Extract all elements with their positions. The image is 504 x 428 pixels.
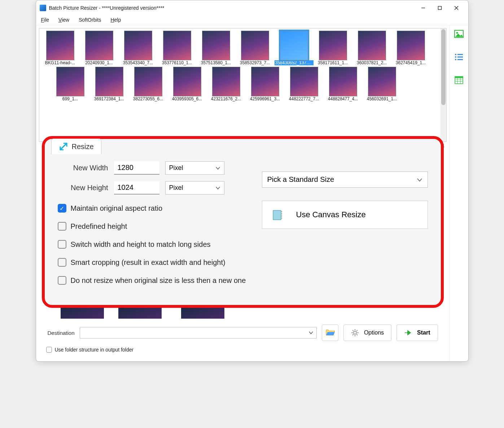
menu-file[interactable]: File — [41, 17, 49, 23]
switch-sides-checkbox[interactable]: Switch width and height to match long si… — [58, 240, 247, 249]
thumbnail-label: 403959305_6... — [168, 96, 207, 101]
menu-help[interactable]: Help — [110, 17, 121, 23]
width-unit-select[interactable]: Pixel — [165, 161, 224, 175]
thumbnail-item[interactable]: BKG11-head-... — [41, 31, 80, 65]
folder-structure-checkbox[interactable]: Use folder structure in output folder — [39, 345, 447, 358]
side-btn-table[interactable] — [452, 74, 465, 87]
thumbnail-label: 20240930_1... — [80, 60, 119, 65]
browse-folder-button[interactable] — [322, 324, 338, 341]
thumbnail-label: 699_1... — [51, 96, 90, 101]
picture-icon — [454, 30, 464, 38]
menu-softorbits[interactable]: SoftOrbits — [79, 17, 101, 23]
gear-icon — [351, 329, 359, 337]
canvas-resize-button[interactable]: Use Canvas Resize — [262, 201, 428, 229]
standard-size-select[interactable]: Pick a Standard Size — [262, 171, 428, 188]
svg-point-5 — [354, 331, 356, 334]
tab-resize-label: Resize — [72, 143, 94, 151]
tab-resize[interactable]: Resize — [51, 139, 101, 154]
thumbnail-row-partial — [39, 306, 447, 320]
svg-rect-19 — [457, 54, 463, 55]
thumbnail-label: 357513580_1... — [197, 60, 236, 65]
resize-panel-highlight: Resize New Width Pixel New Height Pixel — [42, 136, 444, 308]
maximize-button[interactable] — [431, 3, 448, 13]
thumbnail-label: 456032691_1... — [363, 96, 402, 101]
thumbnail-item[interactable]: 362745419_1... — [391, 31, 430, 65]
maintain-ratio-checkbox[interactable]: ✓Maintain original aspect ratio — [58, 204, 247, 213]
thumbnail-label: 448222772_7... — [285, 96, 324, 101]
no-resize-smaller-checkbox[interactable]: Do not resize when original size is less… — [58, 276, 247, 285]
thumbnail-label: 358171611_1... — [314, 60, 352, 65]
height-input[interactable] — [114, 181, 159, 195]
thumbnail-item[interactable]: 358532973_7... — [236, 31, 275, 65]
thumbnail-item[interactable]: 423211676_2... — [207, 67, 246, 101]
start-button[interactable]: Start — [396, 324, 438, 341]
thumbnail-item[interactable]: 353543340_7... — [119, 31, 158, 65]
close-button[interactable] — [448, 3, 465, 13]
minimize-button[interactable] — [415, 3, 431, 13]
thumbnail-item[interactable]: 448222772_7... — [285, 67, 324, 101]
folder-open-icon — [325, 329, 335, 337]
thumbnail-label: 360037821_2... — [352, 60, 391, 65]
svg-rect-27 — [455, 77, 463, 78]
side-btn-list[interactable] — [452, 51, 465, 64]
check-icon: ✓ — [58, 204, 66, 213]
thumbnail-item[interactable]: 358430652_137601268295585_48971930598631… — [275, 31, 314, 65]
thumbnail-label: 382273055_6... — [129, 96, 168, 101]
svg-line-13 — [352, 334, 354, 335]
thumbnail-item[interactable]: 353776110_1... — [158, 31, 197, 65]
thumbnail-item[interactable]: 425996961_3... — [246, 67, 285, 101]
thumbnail-item[interactable]: 358171611_1... — [314, 31, 352, 65]
chevron-down-icon — [308, 330, 314, 335]
chevron-down-icon — [417, 177, 422, 183]
destination-select[interactable] — [80, 327, 317, 339]
thumbnail-label: 448828477_4... — [324, 96, 363, 101]
thumbnail-item[interactable]: 448828477_4... — [324, 67, 363, 101]
svg-point-15 — [456, 32, 458, 34]
scrollbar[interactable] — [441, 29, 446, 141]
width-label: New Width — [58, 164, 108, 172]
thumbnail-item[interactable]: 357513580_1... — [197, 31, 236, 65]
side-btn-image[interactable] — [452, 27, 465, 40]
chevron-down-icon — [215, 166, 220, 171]
smart-cropping-checkbox[interactable]: Smart cropping (result in exact width an… — [58, 258, 247, 267]
svg-line-12 — [356, 330, 358, 331]
svg-point-16 — [455, 54, 456, 55]
play-arrow-icon — [404, 329, 412, 337]
destination-label: Destination — [48, 330, 75, 336]
svg-rect-4 — [273, 210, 281, 220]
svg-point-17 — [455, 56, 456, 58]
svg-rect-1 — [438, 6, 441, 10]
thumbnail-label: 353543340_7... — [119, 60, 158, 65]
thumbnail-item[interactable]: 382273055_6... — [129, 67, 168, 101]
thumbnail-item[interactable]: 20240930_1... — [80, 31, 119, 65]
chevron-down-icon — [215, 185, 220, 191]
svg-line-11 — [356, 334, 358, 335]
thumbnail-label: 425996961_3... — [246, 96, 285, 101]
window-title: Batch Picture Resizer - ****Unregistered… — [49, 5, 415, 11]
thumbnail-item[interactable]: 369172384_1... — [90, 67, 129, 101]
canvas-icon — [271, 208, 285, 222]
svg-point-18 — [455, 59, 456, 60]
thumbnail-label: 358430652_137601268295585_48971930598631… — [275, 60, 314, 65]
thumbnail-label: 369172384_1... — [90, 96, 129, 101]
thumbnail-item[interactable]: 699_1... — [51, 67, 90, 101]
thumbnail-label: 362745419_1... — [391, 60, 430, 65]
thumbnail-label: 423211676_2... — [207, 96, 246, 101]
thumbnail-grid[interactable]: BKG11-head-...20240930_1...353543340_7..… — [39, 28, 447, 142]
options-button[interactable]: Options — [343, 324, 391, 341]
app-icon — [40, 5, 46, 11]
thumbnail-label: 358532973_7... — [236, 60, 275, 65]
menu-view[interactable]: View — [58, 17, 69, 23]
width-input[interactable] — [114, 161, 159, 175]
thumbnail-item[interactable]: 403959305_6... — [168, 67, 207, 101]
thumbnail-item[interactable]: 360037821_2... — [352, 31, 391, 65]
resize-icon — [59, 142, 68, 151]
predefined-height-checkbox[interactable]: Predefined height — [58, 222, 247, 231]
height-label: New Height — [58, 184, 108, 192]
height-unit-select[interactable]: Pixel — [165, 181, 224, 195]
svg-rect-20 — [457, 57, 463, 58]
thumbnail-label: BKG11-head-... — [41, 60, 80, 65]
table-icon — [455, 76, 463, 84]
thumbnail-item[interactable]: 456032691_1... — [363, 67, 402, 101]
svg-line-10 — [352, 330, 354, 331]
